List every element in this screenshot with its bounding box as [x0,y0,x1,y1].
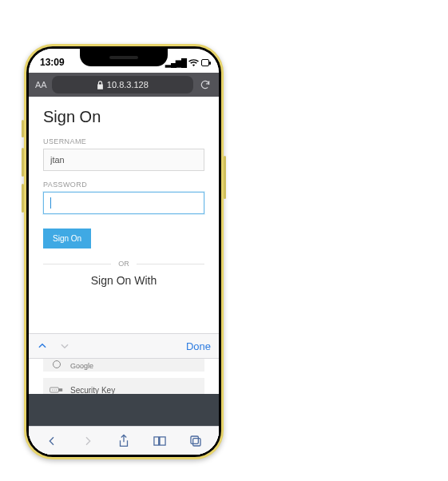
nav-forward-button[interactable] [77,431,98,451]
sign-on-button[interactable]: Sign On [43,229,91,248]
battery-icon [201,59,209,66]
lock-icon [97,81,104,89]
phone-notch [80,49,168,66]
prev-field-button[interactable] [37,340,48,352]
keyboard-done-button[interactable]: Done [186,340,211,352]
browser-toolbar [29,426,219,455]
username-label: USERNAME [43,137,204,145]
svg-rect-9 [193,438,200,445]
reload-icon[interactable] [198,78,212,92]
password-label: PASSWORD [43,181,204,189]
address-field[interactable]: 10.8.3.128 [52,76,193,93]
svg-point-5 [56,389,57,390]
page-title: Sign On [43,108,204,126]
text-cursor [50,197,51,209]
next-field-button[interactable] [59,340,70,352]
svg-rect-8 [191,436,198,443]
page-footer [29,394,219,426]
svg-point-3 [52,389,53,390]
bookmarks-icon[interactable] [149,431,170,451]
username-input[interactable] [43,149,204,171]
google-icon [50,359,64,370]
cellular-signal-icon: ▂▄▆█ [165,58,186,67]
browser-url-bar: AA 10.8.3.128 [29,73,219,97]
password-input[interactable] [43,192,204,214]
svg-rect-2 [58,388,62,392]
keyboard-accessory-bar: Done [29,333,219,359]
svg-point-0 [54,361,61,368]
wifi-icon [188,58,199,66]
share-icon[interactable] [113,431,134,451]
status-time: 13:09 [40,57,84,68]
or-divider: OR [43,260,204,268]
provider-label: Google [70,362,93,370]
svg-point-4 [54,389,54,390]
provider-google[interactable]: Google [43,359,204,372]
sign-on-with-heading: Sign On With [43,274,204,287]
provider-label: Security Key [70,386,115,395]
url-host: 10.8.3.128 [107,80,149,89]
nav-back-button[interactable] [42,431,62,451]
tabs-icon[interactable] [185,431,206,451]
reader-aa-button[interactable]: AA [35,80,47,89]
